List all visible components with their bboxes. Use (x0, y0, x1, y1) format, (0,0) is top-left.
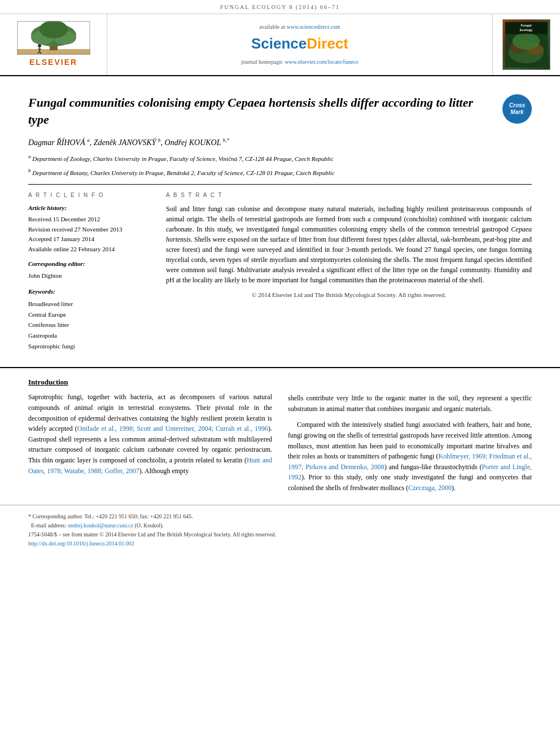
elsevier-logo-area: ELSEVIER (0, 14, 107, 75)
introduction-col2-text: shells contribute very little to the org… (288, 393, 532, 414)
affiliation-b: b Department of Botany, Charles Universi… (28, 167, 532, 177)
authors-line: Dagmar ŘÍHOVÁ a, Zdeněk JANOVSKÝ b, Ondř… (28, 137, 532, 148)
footer-email-link[interactable]: ondrej.koukol@natur.cuni.cz (68, 522, 133, 528)
received-date: Received 15 December 2012 (28, 215, 152, 225)
banner: ELSEVIER available at www.sciencedirect.… (0, 14, 560, 76)
journal-header-text: FUNGAL ECOLOGY 8 (2014) 66–71 (220, 4, 340, 10)
copyright-text: © 2014 Elsevier Ltd and The British Myco… (166, 291, 532, 299)
journal-cover-area: Fungal Ecology (492, 14, 560, 75)
footer-email-label: E-mail address: (31, 522, 66, 528)
footer-email-person: (O. Koukol). (135, 522, 164, 528)
journal-homepage-link[interactable]: www.elsevier.com/locate/funeco (285, 59, 358, 65)
keyword-broadleaved: Broadleaved litter (28, 299, 152, 309)
article-history-label: Article history: (28, 204, 152, 212)
crossmark-text: CrossMark (509, 102, 525, 116)
corresponding-editor-name: John Dighton (28, 271, 152, 281)
footer-issn: 1754-5048/$ – see front matter © 2014 El… (28, 530, 532, 539)
keyword-coniferous: Coniferous litter (28, 320, 152, 330)
introduction-section: Introduction Saprotrophic fungi, togethe… (28, 377, 532, 493)
svg-point-6 (38, 44, 41, 47)
available-text: available at www.sciencedirect.com (259, 23, 340, 31)
journal-header: FUNGAL ECOLOGY 8 (2014) 66–71 (0, 0, 560, 14)
article-title: Fungal communities colonising empty Cepa… (28, 94, 532, 128)
corresponding-editor-label: Corresponding editor: (28, 260, 152, 268)
introduction-col2-para2: Compared with the intensively studied fu… (288, 420, 532, 493)
abstract-text: Soil and litter fungi can colonise and d… (166, 204, 532, 285)
corresponding-note-text: * Corresponding author. Tel.: +420 221 9… (28, 513, 193, 519)
keyword-central-europe: Central Europe (28, 309, 152, 320)
keywords-label: Keywords: (28, 287, 152, 296)
article-info-header: A R T I C L E I N F O (28, 191, 152, 199)
svg-text:Ecology: Ecology (520, 28, 533, 32)
body-content: Introduction Saprotrophic fungi, togethe… (0, 367, 560, 504)
elsevier-tree-illustration (17, 21, 90, 55)
divider-1 (28, 184, 532, 185)
article-info-column: A R T I C L E I N F O Article history: R… (28, 191, 152, 352)
sciencedirect-url: www.sciencedirect.com (286, 24, 340, 30)
keyword-saprotrophic: Saprotrophic fungi (28, 341, 152, 352)
article-info-abstract: A R T I C L E I N F O Article history: R… (28, 191, 532, 352)
introduction-col2: shells contribute very little to the org… (288, 377, 532, 493)
footer-doi: http://dx.doi.org/10.1016/j.funeco.2014.… (28, 539, 532, 548)
article-title-text: Fungal communities colonising empty Cepa… (28, 95, 473, 126)
introduction-col1: Introduction Saprotrophic fungi, togethe… (28, 377, 272, 493)
abstract-column: A B S T R A C T Soil and litter fungi ca… (166, 191, 532, 352)
svg-point-5 (40, 21, 68, 38)
footer-doi-link[interactable]: http://dx.doi.org/10.1016/j.funeco.2014.… (28, 540, 134, 547)
keyword-gastropoda: Gastropoda (28, 330, 152, 341)
affiliation-a: a Department of Zoology, Charles Univers… (28, 153, 532, 163)
elsevier-logo-text: ELSEVIER (29, 57, 77, 68)
svg-point-16 (513, 33, 540, 50)
footer-corresponding-note: * Corresponding author. Tel.: +420 221 9… (28, 512, 532, 521)
available-online-date: Available online 22 February 2014 (28, 244, 152, 255)
journal-cover-image: Fungal Ecology (502, 19, 550, 70)
svg-text:Fungal: Fungal (520, 24, 532, 27)
ref-czeczuga[interactable]: Czeczuga, 2000 (408, 484, 452, 492)
revision-date: Revision received 27 November 2013 (28, 225, 152, 235)
ref-onifade[interactable]: Onifade et al., 1998; Scott and Unterein… (77, 425, 268, 433)
journal-homepage: journal homepage: www.elsevier.com/locat… (241, 58, 358, 66)
introduction-title: Introduction (28, 377, 272, 387)
accepted-date: Accepted 17 January 2014 (28, 234, 152, 244)
crossmark-badge: CrossMark (502, 94, 532, 124)
banner-center: available at www.sciencedirect.com Scien… (107, 14, 492, 75)
footer-email: E-mail address: ondrej.koukol@natur.cuni… (28, 521, 532, 530)
introduction-col1-text: Saprotrophic fungi, together with bacter… (28, 392, 272, 476)
main-content: Fungal communities colonising empty Cepa… (0, 76, 560, 362)
abstract-header: A B S T R A C T (166, 191, 532, 199)
ref-hunt[interactable]: Hunt and Oates, 1978; Watabe, 1988; Goff… (28, 456, 272, 475)
footer: * Corresponding author. Tel.: +420 221 9… (0, 505, 560, 553)
sciencedirect-logo: ScienceDirect (251, 33, 348, 54)
